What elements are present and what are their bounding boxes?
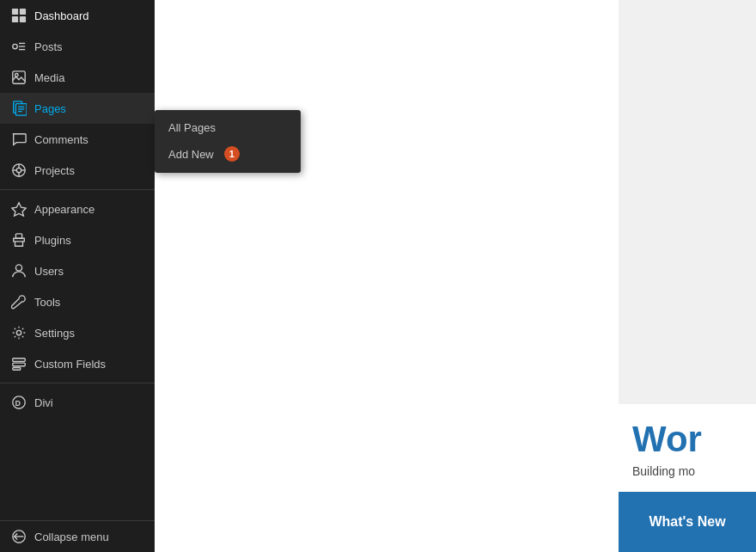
svg-point-22 (15, 265, 21, 271)
collapse-icon (10, 528, 27, 545)
sidebar-item-tools[interactable]: Tools (0, 286, 155, 317)
sidebar-item-posts-label: Posts (34, 40, 63, 53)
sidebar-item-pages[interactable]: Pages (0, 93, 155, 124)
collapse-menu-button[interactable]: Collapse menu (0, 521, 155, 552)
sidebar-item-appearance-label: Appearance (34, 203, 94, 216)
svg-rect-26 (13, 368, 21, 371)
svg-point-16 (16, 168, 21, 172)
sidebar-item-projects[interactable]: Projects (0, 155, 155, 186)
svg-text:D: D (15, 399, 21, 408)
sidebar-item-dashboard[interactable]: Dashboard (0, 0, 155, 31)
sidebar-divider-2 (0, 383, 155, 383)
sidebar-divider-1 (0, 189, 155, 190)
sidebar-item-projects-label: Projects (34, 164, 75, 177)
settings-icon (10, 324, 27, 341)
custom-fields-icon (10, 355, 27, 372)
users-icon (10, 262, 27, 279)
sidebar-item-users[interactable]: Users (0, 255, 155, 286)
sidebar-bottom: Collapse menu (0, 520, 155, 552)
sidebar-item-appearance[interactable]: Appearance (0, 193, 155, 224)
posts-icon (10, 38, 27, 55)
pages-flyout-menu: All Pages Add New 1 (155, 110, 301, 173)
pages-icon (10, 100, 27, 117)
whats-new-label: What's New (649, 514, 725, 530)
svg-point-4 (13, 44, 17, 48)
flyout-all-pages[interactable]: All Pages (155, 115, 301, 140)
svg-rect-0 (12, 9, 18, 15)
main-content (155, 0, 619, 552)
sidebar-item-users-label: Users (34, 265, 64, 278)
right-panel-heading: Wor (632, 421, 742, 457)
svg-rect-24 (13, 359, 25, 362)
whats-new-button[interactable]: What's New (619, 492, 756, 552)
collapse-menu-label: Collapse menu (34, 531, 109, 543)
right-panel: Wor Building mo What's New (619, 0, 756, 552)
svg-rect-3 (20, 16, 26, 22)
sidebar-item-custom-fields-label: Custom Fields (34, 358, 106, 371)
sidebar-item-settings[interactable]: Settings (0, 317, 155, 348)
sidebar-item-plugins[interactable]: Plugins (0, 224, 155, 255)
flyout-all-pages-label: All Pages (168, 121, 216, 134)
appearance-icon (10, 200, 27, 218)
sidebar-item-comments[interactable]: Comments (0, 124, 155, 155)
svg-point-23 (16, 330, 21, 334)
sidebar-item-posts[interactable]: Posts (0, 31, 155, 62)
sidebar-item-settings-label: Settings (34, 327, 75, 340)
flyout-add-new[interactable]: Add New 1 (155, 140, 301, 168)
divi-icon: D (10, 394, 27, 411)
sidebar: Dashboard Posts Media (0, 0, 155, 552)
svg-rect-2 (12, 16, 18, 22)
dashboard-icon (10, 7, 27, 24)
sidebar-item-dashboard-label: Dashboard (34, 9, 89, 22)
sidebar-item-media[interactable]: Media (0, 62, 155, 93)
svg-rect-25 (13, 363, 25, 366)
projects-icon (10, 162, 27, 179)
svg-rect-21 (15, 234, 21, 238)
sidebar-item-divi-label: Divi (34, 396, 53, 409)
tools-icon (10, 293, 27, 310)
svg-rect-1 (20, 9, 26, 15)
media-icon (10, 69, 27, 86)
add-new-badge: 1 (224, 146, 240, 162)
right-panel-subtext: Building mo (632, 464, 742, 478)
comments-icon (10, 131, 27, 148)
sidebar-item-plugins-label: Plugins (34, 234, 71, 247)
plugins-icon (10, 231, 27, 248)
sidebar-item-media-label: Media (34, 71, 64, 84)
sidebar-item-tools-label: Tools (34, 296, 60, 309)
right-panel-top (619, 0, 756, 404)
sidebar-item-pages-label: Pages (34, 102, 66, 115)
right-panel-text-area: Wor Building mo (619, 404, 756, 492)
flyout-add-new-label: Add New (168, 148, 214, 161)
sidebar-item-comments-label: Comments (34, 133, 88, 146)
sidebar-item-custom-fields[interactable]: Custom Fields (0, 348, 155, 379)
sidebar-item-divi[interactable]: D Divi (0, 387, 155, 418)
